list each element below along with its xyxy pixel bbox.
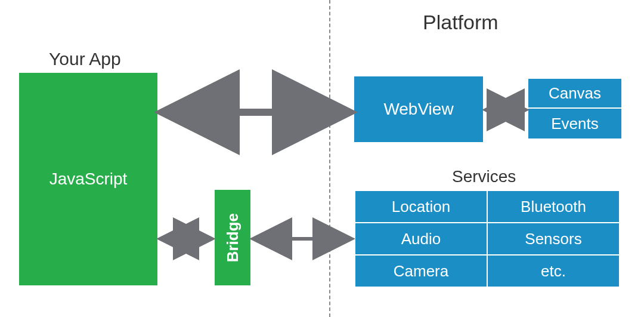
bridge-label: Bridge	[224, 213, 242, 262]
service-cell: etc.	[487, 255, 620, 287]
left-title: Your App	[49, 49, 121, 69]
webview-side-canvas: Canvas	[528, 79, 621, 109]
bridge-box: Bridge	[215, 190, 250, 285]
arrow-bridge-services	[250, 232, 354, 246]
table-row: Audio Sensors	[355, 223, 620, 255]
divider-line	[329, 0, 330, 317]
arrow-app-bridge	[157, 232, 215, 246]
table-row: Location Bluetooth	[355, 190, 620, 223]
arrow-app-webview	[157, 101, 354, 123]
service-cell: Camera	[355, 255, 487, 287]
webview-side-stack: Canvas Events	[528, 79, 621, 139]
table-row: Camera etc.	[355, 255, 620, 287]
services-title: Services	[452, 167, 516, 186]
webview-box: WebView	[354, 76, 483, 142]
service-cell: Bluetooth	[487, 190, 620, 223]
service-cell: Location	[355, 190, 487, 223]
right-title: Platform	[423, 11, 499, 34]
arrow-webview-canvas	[483, 103, 528, 117]
service-cell: Sensors	[487, 223, 620, 255]
app-box: JavaScript	[19, 73, 157, 285]
service-cell: Audio	[355, 223, 487, 255]
webview-side-events: Events	[528, 109, 621, 139]
services-table: Location Bluetooth Audio Sensors Camera …	[354, 190, 620, 288]
